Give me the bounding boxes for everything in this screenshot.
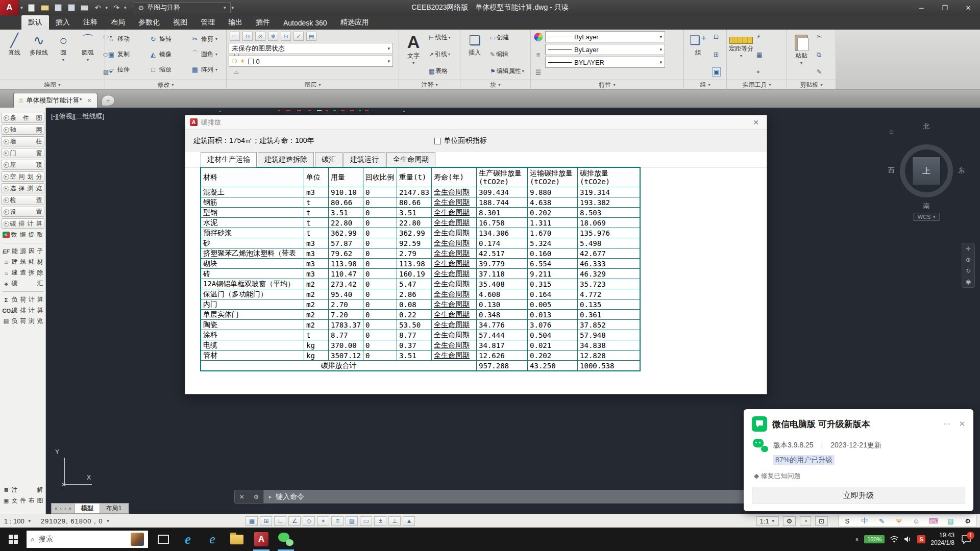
quick-calc-icon[interactable]: ▦ <box>755 50 764 59</box>
dialog-close-icon[interactable]: ✕ <box>750 118 762 127</box>
ribbon-tab[interactable]: 参数化 <box>132 15 166 30</box>
sidebar-bottom-item[interactable]: ≣ 注解 <box>2 485 44 495</box>
table-row[interactable]: 陶瓷 m2 1783.37 0 53.50 全生命周期 34.776 3.076… <box>201 320 640 330</box>
sidebar-tool-button[interactable]: ► 空间划分 <box>2 171 44 182</box>
layer-walk-icon[interactable]: ▤ <box>306 32 316 41</box>
wechat-panel-close-icon[interactable]: ✕ <box>959 419 965 429</box>
open-file-icon[interactable] <box>39 2 51 13</box>
status-toggle-icon[interactable]: ⌖ <box>317 516 329 526</box>
draw-tool-button[interactable]: ⌒ 圆弧 ▾ <box>76 31 100 78</box>
panel-label-layers[interactable]: 图层▾ <box>227 79 399 90</box>
status-toggle-icon[interactable]: ≡ <box>331 516 344 526</box>
dialog-tab[interactable]: 碳汇 <box>315 152 342 167</box>
status-toggle-icon[interactable]: ∟ <box>274 516 286 526</box>
status-toggle-icon[interactable]: ± <box>374 516 386 526</box>
ie-app[interactable]: e <box>200 528 225 551</box>
group-button[interactable]: ❑⁺ 组 <box>686 31 710 78</box>
status-toggle-icon[interactable]: ∠ <box>288 516 301 526</box>
viewcube[interactable]: ⌂ 北 西 东 上 南 WCS▾ <box>888 122 965 224</box>
life-cycle-link[interactable]: 全生命周期 <box>432 208 477 218</box>
table-row[interactable]: 砂 m3 57.87 0 92.59 全生命周期 0.174 5.324 5.4… <box>201 238 640 248</box>
isolate-objects-icon[interactable]: ◔ <box>800 516 811 526</box>
file-explorer-app[interactable] <box>225 528 249 551</box>
panel-label-annotate[interactable]: 注释▾ <box>399 79 460 90</box>
undo-icon[interactable]: ↶ <box>92 2 104 13</box>
ribbon-tab[interactable]: 插件 <box>249 15 277 30</box>
viewcube-top-face[interactable]: 上 <box>912 157 941 185</box>
life-cycle-link[interactable]: 全生命周期 <box>432 289 477 299</box>
sidebar-calc-item[interactable]: CO₂ 碳排计算 <box>2 306 44 315</box>
new-drawing-tab-button[interactable]: + <box>102 95 115 106</box>
status-toggle-icon[interactable]: ⊥ <box>388 516 401 526</box>
close-tab-icon[interactable]: ✕ <box>87 97 91 104</box>
workspace-switch-icon[interactable]: ⚙ <box>783 516 796 526</box>
new-file-icon[interactable] <box>26 2 38 13</box>
life-cycle-link[interactable]: 全生命周期 <box>432 259 477 269</box>
scale-caret-icon[interactable]: ▼ <box>28 519 32 523</box>
prev-layout-icon[interactable]: ‹ <box>60 506 62 511</box>
status-toggle-icon[interactable]: ◇ <box>303 516 315 526</box>
ime-icon[interactable]: ▤ <box>945 516 955 525</box>
unit-area-checkbox[interactable]: 单位面积指标 <box>434 136 487 145</box>
life-cycle-link[interactable]: 全生命周期 <box>432 310 477 320</box>
life-cycle-link[interactable]: 全生命周期 <box>432 269 477 279</box>
battery-indicator[interactable]: 100% <box>864 535 885 543</box>
layer-lock-icon[interactable]: ⊡ <box>281 32 291 41</box>
draw-tool-button[interactable]: ∿ 多段线 <box>27 31 51 78</box>
panel-label-group[interactable]: 组▾ <box>684 79 726 90</box>
layout1-tab[interactable]: 布局1 <box>100 504 129 513</box>
table-row[interactable]: 单层实体门 m2 7.20 0 0.22 全生命周期 0.348 0.013 0… <box>201 310 640 320</box>
ime-icon[interactable]: ⚙ <box>963 516 973 525</box>
layer-state-combo[interactable]: 未保存的图层状态 ▾ <box>229 43 393 54</box>
coords-caret-icon[interactable]: ▼ <box>106 519 110 523</box>
modify-tool-button[interactable]: ↔ 移动 <box>107 31 147 46</box>
sidebar-factor-item[interactable]: ⌂ 建造拆除 <box>2 268 44 278</box>
save-icon[interactable] <box>52 2 64 13</box>
dialog-title-bar[interactable]: A 碳排放 ✕ <box>185 115 767 130</box>
table-row[interactable]: 内门 m2 2.70 0 0.08 全生命周期 0.130 0.005 0.13… <box>201 299 640 310</box>
taskbar-search[interactable]: ⌕ 搜索 <box>27 531 148 548</box>
table-row[interactable]: 保温门（多功能门） m2 95.40 0 2.86 全生命周期 4.608 0.… <box>201 289 640 299</box>
paste-button[interactable]: 粘贴 ▾ <box>789 31 814 78</box>
draw-tool-button[interactable]: ╱ 直线 <box>2 31 27 78</box>
sidebar-tool-button[interactable]: ► 设置 <box>2 207 44 217</box>
sidebar-tool-button[interactable]: ► 屋顶 <box>2 160 44 170</box>
status-toggle-icon[interactable]: ▦ <box>246 516 258 526</box>
point-id-icon[interactable]: ⌖ <box>755 67 764 77</box>
measure-button[interactable]: 定距等分 ▾ <box>729 31 753 78</box>
panel-label-properties[interactable]: 特性▾ <box>531 79 683 90</box>
plot-icon[interactable] <box>79 2 91 13</box>
layer-isolate-icon[interactable]: ⊘ <box>255 32 265 41</box>
steering-wheel-icon[interactable]: ◉ <box>966 278 971 285</box>
sidebar-tool-button[interactable]: ► 墙柱 <box>2 136 44 146</box>
model-tab[interactable]: 模型 <box>75 504 100 513</box>
save-as-icon[interactable] <box>65 2 78 13</box>
qat-customize-icon[interactable]: ▾ <box>232 5 234 10</box>
block-tool-button[interactable]: ⚑ 编辑属性 ▾ <box>488 66 526 77</box>
table-row[interactable]: 砌块 m3 113.98 0 113.98 全生命周期 39.779 6.554… <box>201 259 640 269</box>
life-cycle-link[interactable]: 全生命周期 <box>432 340 477 350</box>
table-row[interactable]: 涂料 t 8.77 0 8.77 全生命周期 57.444 0.504 57.9… <box>201 330 640 340</box>
viewcube-north[interactable]: 北 <box>923 122 930 131</box>
life-cycle-link[interactable]: 全生命周期 <box>432 299 477 310</box>
group-edit-icon[interactable]: ⊞ <box>712 50 721 59</box>
sidebar-tool-button[interactable]: ► 条件图 <box>2 113 44 123</box>
table-row[interactable]: 型钢 t 3.51 0 3.51 全生命周期 8.301 0.202 8.503 <box>201 208 640 218</box>
text-tool-button[interactable]: A 文字 ▾ <box>401 31 426 78</box>
modify-tool-button[interactable]: ▱ 拉伸 <box>107 62 147 78</box>
modify-tool-button[interactable]: ◭ 镜像 <box>149 46 189 62</box>
viewcube-west[interactable]: 西 <box>888 166 895 175</box>
annotate-tool-button[interactable]: ▦ 表格 <box>427 66 452 77</box>
annotation-scale-button[interactable]: 1:1▼ <box>756 516 779 526</box>
annotate-tool-button[interactable]: ↗ 引线 ▾ <box>427 49 452 60</box>
close-button[interactable]: ✕ <box>957 0 980 15</box>
wcs-selector[interactable]: WCS▾ <box>914 213 940 221</box>
life-cycle-link[interactable]: 全生命周期 <box>432 218 477 228</box>
modify-tool-button[interactable]: ✂ 修剪 ▾ <box>191 31 231 46</box>
sidebar-tool-button[interactable]: ► 碳排计算 <box>2 218 44 229</box>
clock[interactable]: 19:43 2024/1/8 <box>930 532 954 547</box>
autocad-app[interactable]: A <box>249 528 274 551</box>
sidebar-calc-item[interactable]: ▤ 负荷浏览 <box>2 316 44 326</box>
annotate-tool-button[interactable]: ⊢ 线性 ▾ <box>427 32 452 43</box>
match-properties-icon[interactable]: ✎ <box>815 67 823 77</box>
